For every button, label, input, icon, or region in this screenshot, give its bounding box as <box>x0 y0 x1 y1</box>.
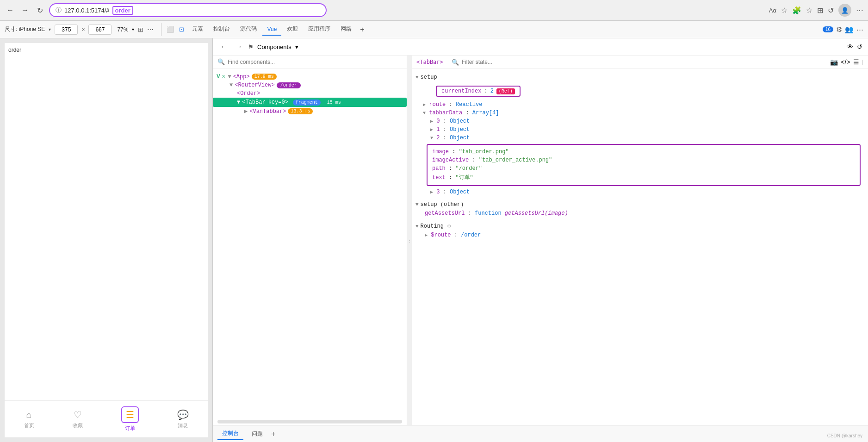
tree-search-input[interactable] <box>228 59 402 65</box>
tree-node-app[interactable]: V 3 ▼ <App> 17.9 ms <box>213 72 407 81</box>
bookmark-icon[interactable]: ☆ <box>781 6 787 15</box>
expand-route-dollar[interactable]: ▶ <box>425 233 428 238</box>
users-icon[interactable]: 👥 <box>845 25 854 34</box>
eye-icon[interactable]: 👁 <box>847 43 853 50</box>
tabbardata-colon: : <box>465 110 472 116</box>
list-icon[interactable]: ☰ <box>853 58 859 66</box>
tabbar-key: key=0> <box>268 99 288 106</box>
more-toolbar-icon[interactable]: ⋯ <box>147 26 154 33</box>
device-selector[interactable]: 尺寸: iPhone SE <box>5 25 45 33</box>
zoom-dropdown-icon[interactable]: ▾ <box>132 27 134 32</box>
inspect-icon[interactable]: ⬜ <box>165 25 175 35</box>
tab-console[interactable]: 控制台 <box>209 23 235 36</box>
bottom-tab-console[interactable]: 控制台 <box>217 428 243 440</box>
expand-3[interactable]: ▶ <box>430 190 433 195</box>
back-button[interactable]: ← <box>5 5 16 16</box>
tab-vue[interactable]: Vue <box>262 24 281 36</box>
cast-icon[interactable]: ⊞ <box>817 6 823 15</box>
value-3: Object <box>450 189 470 195</box>
height-input[interactable] <box>88 25 112 35</box>
devtools-header-right: 👁 ↺ <box>847 43 862 50</box>
resize-handle[interactable]: ⋮ <box>407 56 412 425</box>
routing-gear-icon[interactable]: ⚙ <box>447 223 451 230</box>
history-icon[interactable]: ↺ <box>828 6 834 15</box>
filter-input[interactable] <box>462 59 531 65</box>
expand-arrow-vantabbar[interactable]: ▶ <box>244 108 248 115</box>
collapse-arrow-tabbardata[interactable]: ▼ <box>423 111 426 116</box>
components-dropdown-icon[interactable]: ▾ <box>295 44 298 50</box>
address-bar[interactable]: ⓘ 127.0.0.1:5174/# order <box>49 3 327 17</box>
browser-actions: Aα ☆ 🧩 ☆ ⊞ ↺ 👤 ⋯ <box>769 4 863 17</box>
collapse-arrow-routerview[interactable]: ▼ <box>229 82 233 88</box>
phone-tab-bar: ⌂ 首页 ♡ 收藏 ☰ 订单 💬 消息 <box>5 400 208 437</box>
forward-button[interactable]: → <box>19 5 31 16</box>
add-bottom-tab-button[interactable]: + <box>271 430 275 438</box>
tab-order[interactable]: ☰ 订单 <box>116 403 144 436</box>
vantabbar-time-badge: 13.3 ms <box>288 108 313 114</box>
width-input[interactable] <box>55 25 78 35</box>
refresh-icon[interactable]: ↺ <box>857 43 862 50</box>
key-2: 2 <box>436 135 440 141</box>
colon-0: : <box>443 118 450 125</box>
collapse-arrow-app[interactable]: ▼ <box>228 74 231 80</box>
tab-welcome[interactable]: 欢迎 <box>282 23 303 36</box>
tab-messages[interactable]: 💬 消息 <box>172 405 194 433</box>
camera-icon[interactable]: 📷 <box>830 58 838 66</box>
collapse-arrow-tabbar[interactable]: ▼ <box>237 99 240 106</box>
bottom-tab-issues[interactable]: 问题 <box>247 428 267 440</box>
add-tab-icon[interactable]: + <box>357 25 367 34</box>
avatar[interactable]: 👤 <box>838 4 851 17</box>
app-node-num: 3 <box>222 74 225 80</box>
reload-button[interactable]: ↻ <box>34 5 45 16</box>
devtools-forward-button[interactable]: → <box>233 41 244 52</box>
value-0: Object <box>450 118 470 125</box>
responsive-icon[interactable]: ⊞ <box>138 26 143 33</box>
tree-node-tabbar[interactable]: ▼ <TabBar key=0> fragment 15 ms <box>213 98 407 107</box>
expand-0[interactable]: ▶ <box>430 119 433 124</box>
component-tree-icon: ⚑ <box>248 44 254 50</box>
expand-arrow-route[interactable]: ▶ <box>423 102 426 107</box>
tab-favorites[interactable]: ♡ 收藏 <box>67 405 88 433</box>
sync-icon[interactable]: ☆ <box>806 6 812 15</box>
tree-node-order[interactable]: <Order> <box>213 89 407 98</box>
chevron-down-icon[interactable]: ▾ <box>49 27 51 32</box>
more-devtools-icon[interactable]: ⋯ <box>856 25 863 34</box>
tabbar-fragment-badge: fragment <box>293 100 321 106</box>
expand-1[interactable]: ▶ <box>430 127 433 132</box>
obj2-path: path : "/order" <box>432 164 855 173</box>
devtools-back-button[interactable]: ← <box>218 41 229 52</box>
setup-header[interactable]: ▼ setup <box>415 73 864 82</box>
key-1: 1 <box>436 126 440 133</box>
setup-other-header[interactable]: ▼ setup (other) <box>415 200 864 209</box>
routing-header[interactable]: ▼ Routing ⚙ <box>415 221 864 231</box>
path-key: path <box>432 165 446 172</box>
tab-network[interactable]: 网络 <box>336 23 356 36</box>
translate-icon[interactable]: Aα <box>769 7 776 14</box>
collapse-2[interactable]: ▼ <box>430 136 433 141</box>
tree-node-vantabbar[interactable]: ▶ <VanTabbar> 13.3 ms <box>213 107 407 116</box>
value-1: Object <box>450 126 470 133</box>
route-dollar-item: ▶ $route : /order <box>415 231 864 239</box>
devtools-bottom: 控制台 问题 + <box>213 425 868 442</box>
route-value: Reactive <box>456 101 483 108</box>
key-3: 3 <box>436 189 440 195</box>
tab-elements[interactable]: 元素 <box>187 23 208 36</box>
settings-icon[interactable]: ⚙ <box>836 25 842 34</box>
tabbardata-1: ▶ 1 : Object <box>415 125 864 134</box>
code-icon[interactable]: </> <box>841 58 850 66</box>
filter-search-icon: 🔍 <box>452 59 459 66</box>
get-assets-url-key: getAssetsUrl <box>425 210 465 217</box>
tab-sources[interactable]: 源代码 <box>236 23 261 36</box>
tabbar-name: <TabBar <box>242 99 265 106</box>
tree-scrollbar[interactable] <box>217 420 402 423</box>
more-options-icon[interactable]: ⋯ <box>856 6 863 15</box>
route-colon: : <box>449 101 455 108</box>
times-icon: × <box>81 26 85 33</box>
components-title: Components <box>257 44 291 50</box>
extension-icon[interactable]: 🧩 <box>792 6 801 15</box>
tab-application[interactable]: 应用程序 <box>304 23 335 36</box>
get-assets-url-func: getAssetsUrl(image) <box>505 210 568 217</box>
tab-home[interactable]: ⌂ 首页 <box>19 406 40 433</box>
tree-node-routerview[interactable]: ▼ <RouterView> /order <box>213 81 407 89</box>
device-toggle-icon[interactable]: ⊡ <box>176 25 186 35</box>
